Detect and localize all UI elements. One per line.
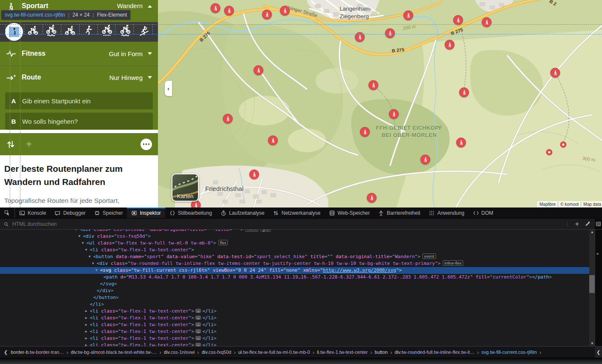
- eyedropper-icon[interactable]: [583, 220, 595, 228]
- markup-node[interactable]: </button>: [0, 294, 589, 301]
- markup-node[interactable]: </svg>: [0, 281, 589, 287]
- more-options-button[interactable]: [140, 139, 152, 150]
- markup-node[interactable]: ▼<ul class="tw-flex tw-w-full tw-ml-0 tw…: [0, 240, 589, 247]
- sport-select-hike[interactable]: [5, 23, 23, 41]
- hiking-highlight-marker[interactable]: [404, 11, 413, 20]
- expander-icon[interactable]: ▶: [85, 342, 90, 346]
- markup-node[interactable]: ▶<li class="tw-flex-1 tw-text-center">…<…: [0, 328, 589, 335]
- devtools-tab-barrierefreiheit[interactable]: Barrierefreiheit: [374, 208, 424, 218]
- hiking-highlight-marker[interactable]: [389, 109, 399, 119]
- markup-node[interactable]: ▼<div class="tw-rounded-full tw-inline-f…: [0, 260, 589, 267]
- expander-icon[interactable]: ▶: [85, 315, 90, 321]
- hiking-highlight-marker[interactable]: [280, 6, 290, 16]
- markup-node[interactable]: ▶<li class="tw-flex-1 tw-text-center">…<…: [0, 342, 589, 346]
- expander-icon[interactable]: ▼: [92, 260, 97, 267]
- hiking-highlight-marker[interactable]: [453, 15, 463, 25]
- markup-node[interactable]: </li>: [0, 301, 589, 308]
- markup-node[interactable]: <path d="M13.53 4.4a1.7 1.7 0 100-3.4 1.…: [0, 274, 589, 281]
- attribution-mapdata[interactable]: Map data ©: [581, 202, 602, 207]
- hiking-highlight-marker[interactable]: [223, 114, 233, 124]
- destination-input[interactable]: B Wo solls hingehen?: [5, 113, 153, 130]
- markup-node[interactable]: ▶<li class="tw-flex-1 tw-text-center">…<…: [0, 335, 589, 342]
- map-canvas[interactable]: [158, 0, 602, 208]
- hiking-highlight-marker[interactable]: [254, 65, 264, 75]
- devtools-tab-anwendung[interactable]: Anwendung: [424, 208, 468, 218]
- sidebar-collapse-button[interactable]: ‹: [165, 81, 172, 96]
- hiking-highlight-marker[interactable]: [482, 17, 492, 27]
- node-badge[interactable]: event: [422, 253, 436, 259]
- sport-select-running[interactable]: [83, 25, 97, 39]
- hiking-highlight-marker[interactable]: [268, 136, 278, 145]
- hiking-highlight-marker[interactable]: [445, 40, 455, 50]
- route-row[interactable]: Route Nur Hinweg: [0, 66, 158, 89]
- expander-icon[interactable]: ▼: [78, 233, 83, 240]
- add-waypoint-button[interactable]: +: [26, 139, 32, 149]
- devtools-tab-inspektor[interactable]: Inspektor: [127, 208, 165, 218]
- fitness-row[interactable]: Fitness Gut in Form: [0, 42, 158, 66]
- markup-node[interactable]: ▼<button data-name="sport" data-value="h…: [0, 253, 589, 260]
- swap-waypoints-icon[interactable]: [6, 139, 16, 149]
- breadcrumb-item[interactable]: button: [375, 350, 388, 355]
- breadcrumb-item[interactable]: div.css-1nlsvwi: [164, 350, 195, 355]
- devtools-tab-debugger[interactable]: Debugger: [50, 208, 90, 218]
- node-badge[interactable]: inline-flex: [443, 260, 463, 266]
- collapsed-children-icon[interactable]: …: [195, 343, 201, 346]
- hiking-highlight-marker[interactable]: [355, 32, 365, 42]
- sidebar-expand-rail[interactable]: ▶: [595, 230, 602, 346]
- breadcrumb-item[interactable]: li.tw-flex-1.tw-text-center: [317, 350, 368, 355]
- breadcrumb-item[interactable]: svg.tw-fill-current.css-rjl6tn: [482, 350, 537, 355]
- markup-node[interactable]: </div>: [0, 287, 589, 294]
- hiking-highlight-marker[interactable]: [367, 193, 377, 203]
- expander-icon[interactable]: ▼: [85, 247, 90, 253]
- devtools-tab-netzwerkanalyse[interactable]: Netzwerkanalyse: [269, 208, 324, 218]
- breadcrumb-item[interactable]: div.tw-rounded-full.tw-inline-flex.tw-it…: [395, 350, 474, 355]
- sport-select-mountain-bike[interactable]: [46, 25, 60, 39]
- hiking-highlight-marker[interactable]: [385, 28, 395, 38]
- split-panel-toggle[interactable]: [595, 219, 602, 229]
- collapsed-children-icon[interactable]: …: [195, 329, 201, 333]
- devtools-tab-speicher[interactable]: Speicher: [90, 208, 127, 218]
- hiking-highlight-marker[interactable]: [421, 155, 430, 165]
- expander-icon[interactable]: ▶: [85, 328, 90, 335]
- map[interactable]: Langenhain-ZiegenbergUsinger StraßeB 275…: [158, 0, 602, 208]
- start-input[interactable]: A Gib einen Startpunkt ein: [5, 92, 153, 109]
- expander-icon[interactable]: ▼: [82, 240, 86, 247]
- hiking-highlight-marker[interactable]: [550, 68, 560, 78]
- devtools-tab-dom[interactable]: DOM: [469, 208, 498, 218]
- breadcrumb-scroll-left-icon[interactable]: ❮: [1, 350, 11, 355]
- hiking-highlight-marker[interactable]: [262, 10, 272, 20]
- collapsed-children-icon[interactable]: …: [195, 309, 201, 313]
- breadcrumb-item[interactable]: border-b.tw-border-tran…: [11, 350, 64, 355]
- hiking-highlight-marker[interactable]: [249, 170, 259, 179]
- map-layers-button[interactable]: Karten: [172, 173, 199, 202]
- expander-icon[interactable]: ▶: [85, 321, 90, 328]
- collapsed-children-icon[interactable]: …: [195, 316, 201, 320]
- attribution-komoot[interactable]: © komoot: [558, 202, 581, 207]
- sport-select-mountaineering[interactable]: [138, 25, 153, 39]
- hiking-highlight-marker[interactable]: [211, 3, 221, 13]
- markup-node[interactable]: ▼<svg class="tw-fill-current css-rjl6tn"…: [0, 267, 589, 274]
- devtools-tab-stilbearbeitung[interactable]: Stilbearbeitung: [165, 208, 216, 218]
- devtools-tab-konsole[interactable]: Konsole: [15, 208, 50, 218]
- devtools-tab-web-speicher[interactable]: Web-Speicher: [325, 208, 374, 218]
- breadcrumb-item[interactable]: ul.tw-flex.tw-w-full.tw-ml-0.tw-mb-0: [238, 350, 310, 355]
- markup-node[interactable]: ▼<li class="tw-flex-1 tw-text-center">: [0, 247, 589, 253]
- pick-element-button[interactable]: [0, 208, 15, 218]
- breadcrumb-item[interactable]: div.tw-bg-almost-black.tw-text-white.tw-…: [71, 350, 157, 355]
- sport-select-road-bike[interactable]: [64, 25, 79, 39]
- scrollbar-thumb[interactable]: [589, 275, 595, 293]
- markup-view[interactable]: ▼<div class="css-1nlsvwi" data-original-…: [0, 230, 602, 346]
- hiking-highlight-marker[interactable]: [360, 127, 370, 137]
- hiking-highlight-marker[interactable]: [224, 6, 234, 16]
- hiking-highlight-marker[interactable]: [369, 80, 378, 90]
- hiking-highlight-marker[interactable]: [456, 138, 466, 148]
- html-search-input[interactable]: [11, 221, 564, 228]
- markup-node[interactable]: ▶<li class="tw-flex-1 tw-text-center">…<…: [0, 315, 589, 321]
- markup-node[interactable]: ▼<div class="css-fxq50d">: [0, 233, 589, 240]
- breadcrumb-scroll-right-icon[interactable]: ❮: [595, 347, 602, 358]
- collapsed-children-icon[interactable]: …: [195, 322, 201, 327]
- node-badge[interactable]: flex: [218, 240, 228, 245]
- poi-dot-marker[interactable]: [546, 149, 553, 156]
- expander-icon[interactable]: ▶: [85, 335, 90, 342]
- sport-select-bike-touring[interactable]: [27, 25, 42, 39]
